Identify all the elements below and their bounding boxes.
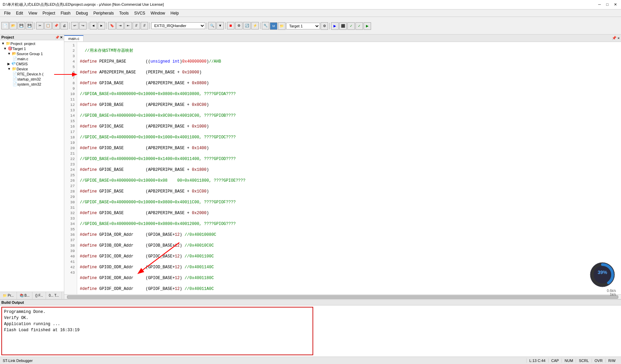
- debug-btn-1[interactable]: ▶: [331, 22, 339, 30]
- project-pin-icon[interactable]: 📌: [55, 36, 59, 39]
- tree-item-cmsis[interactable]: ▶ 💎 CMSIS: [1, 61, 63, 66]
- gauge-svg: 39%: [589, 261, 616, 288]
- tab-pin-icon[interactable]: 📌: [612, 36, 617, 40]
- target-options-button[interactable]: ⚙: [321, 22, 328, 30]
- menu-file[interactable]: File: [1, 10, 13, 16]
- debug-btn-3[interactable]: ✓: [347, 22, 355, 30]
- open-file-button[interactable]: 📂: [9, 22, 17, 29]
- tab-project[interactable]: 📁 Pr...: [0, 292, 17, 299]
- system-icon: 📄: [13, 82, 17, 86]
- menu-debug[interactable]: Debug: [73, 10, 91, 16]
- options-button[interactable]: 🔧: [262, 22, 269, 29]
- project-panel-header: Project 📌 ✕: [0, 35, 64, 40]
- separator-6: [207, 22, 207, 29]
- cut-button[interactable]: ✂: [36, 22, 44, 29]
- code-line-9: //GPIOC_BASE=0x40000000+0x10000+0x1000=0…: [80, 135, 618, 140]
- menu-flash[interactable]: Flash: [58, 10, 73, 16]
- menu-peripherals[interactable]: Peripherals: [91, 10, 117, 16]
- find-button[interactable]: 🔍: [208, 22, 216, 29]
- tab-templates[interactable]: 0... T...: [46, 292, 62, 299]
- undo-button[interactable]: ↩: [71, 22, 78, 29]
- minimize-button[interactable]: ─: [597, 2, 602, 7]
- code-line-14: #define GPIOF_BASE (APB2PERIPH_BASE + 0x…: [80, 189, 618, 194]
- bookmark-button[interactable]: 🔖: [108, 22, 116, 29]
- build-line-4: Flash Load finished at 16:33:19: [4, 327, 310, 333]
- new-file-button[interactable]: 📄: [1, 22, 9, 29]
- project-close-icon[interactable]: ✕: [60, 36, 63, 39]
- comment-button[interactable]: //: [133, 22, 140, 29]
- tree-item-source-group[interactable]: ▼ 📂 Source Group 1: [1, 51, 63, 56]
- startup-label: startup_stm32: [17, 77, 41, 81]
- build-output-content[interactable]: Programming Done. Verify OK. Application…: [1, 307, 313, 355]
- horizontal-scrollbar[interactable]: [64, 294, 621, 299]
- code-line-21: #define GPIOD_ODR_Addr (GPIOD_BASE+12) /…: [80, 265, 618, 270]
- debug-btn-4[interactable]: ✓: [355, 22, 363, 30]
- separator-1: [34, 22, 35, 29]
- paste-button[interactable]: 📌: [52, 22, 60, 29]
- status-rw: R/W: [605, 359, 618, 363]
- project-title: Project: [1, 35, 14, 39]
- menu-svcs[interactable]: SVCS: [132, 10, 148, 16]
- device-icon: 📁: [12, 67, 17, 71]
- tree-item-system[interactable]: 📄 system_stm32: [1, 82, 63, 87]
- find-dropdown[interactable]: ▼: [216, 22, 224, 29]
- target-dropdown[interactable]: Target 1: [286, 23, 320, 29]
- print-button[interactable]: 🖨: [61, 22, 68, 29]
- redo-button[interactable]: ↪: [79, 22, 87, 29]
- project-button[interactable]: 📁: [278, 22, 285, 30]
- uncomment-button[interactable]: //: [141, 22, 148, 29]
- nav-forward-button[interactable]: ►: [98, 22, 105, 29]
- separator-4: [107, 22, 107, 29]
- editor-tab-main-c[interactable]: main.c: [64, 35, 84, 41]
- separator-8: [260, 22, 260, 29]
- function-dropdown[interactable]: EXTI3_IRQHandler: [151, 22, 205, 29]
- tree-item-rte[interactable]: 📄 RTE_Device.h (: [1, 71, 63, 76]
- tree-item-device[interactable]: ▼ 📁 Device: [1, 66, 63, 71]
- tree-item-project[interactable]: ▼ 📁 Project: project: [1, 41, 63, 46]
- menu-edit[interactable]: Edit: [13, 10, 26, 16]
- code-line-20: #define GPIOC_ODR_Addr (GPIOC_BASE+12) /…: [80, 254, 618, 259]
- copy-button[interactable]: 📋: [44, 22, 52, 29]
- status-bar: ST-Link Debugger L:13 C:44 CAP NUM SCRL …: [0, 357, 621, 364]
- nav-back-button[interactable]: ◄: [90, 22, 97, 29]
- toolbar-row-2: M 📁 Target 1 ⚙ ▶ ⬛ ✓ ✓ ▶: [270, 22, 371, 30]
- separator-5: [150, 22, 150, 29]
- tab-functions[interactable]: {} F...: [32, 292, 46, 299]
- menu-help[interactable]: Help: [168, 10, 182, 16]
- code-container[interactable]: 12345 678910 1112131415 1617181920 21222…: [64, 42, 621, 294]
- project-label: Project: project: [10, 42, 35, 46]
- target-expand-icon: ▼: [3, 47, 7, 50]
- tree-item-main-c[interactable]: 📄 main.c: [1, 56, 63, 61]
- menu-tools[interactable]: Tools: [117, 10, 132, 16]
- rte-icon: 📄: [13, 72, 17, 76]
- code-line-3: #define APB2PERIPH_BASE (PERIPH_BASE + 0…: [80, 70, 618, 75]
- menu-project[interactable]: Project: [40, 10, 58, 16]
- debug-btn-2[interactable]: ⬛: [339, 22, 347, 30]
- tab-books[interactable]: 📚 B...: [17, 292, 33, 299]
- build-button[interactable]: ⚙: [235, 22, 243, 29]
- close-button[interactable]: ✕: [613, 2, 618, 7]
- manage-button[interactable]: M: [270, 22, 277, 30]
- menu-view[interactable]: View: [26, 10, 40, 16]
- separator-9: [329, 23, 330, 29]
- rebuild-button[interactable]: 🔄: [243, 22, 251, 29]
- tree-item-target1[interactable]: ▼ 🎯 Target 1: [1, 46, 63, 51]
- flash-button[interactable]: ⚡: [251, 22, 259, 29]
- save-button[interactable]: 💾: [18, 22, 25, 29]
- menu-window[interactable]: Window: [148, 10, 168, 16]
- outdent-button[interactable]: ⇤: [124, 22, 132, 29]
- source-group-icon: 📂: [12, 51, 17, 56]
- separator-7: [225, 22, 226, 29]
- stop-button[interactable]: ⏹: [227, 22, 234, 29]
- code-content[interactable]: //用未存储STM寄存器映射 #define PERIPH_BASE ((uns…: [77, 42, 621, 294]
- build-output-spacer: [315, 305, 621, 357]
- tree-item-startup[interactable]: 📄 startup_stm32: [1, 76, 63, 82]
- maximize-button[interactable]: □: [605, 2, 610, 7]
- svg-text:39%: 39%: [598, 270, 607, 275]
- tab-close-icon[interactable]: ✕: [617, 36, 620, 40]
- indent-button[interactable]: ⇥: [116, 22, 124, 29]
- menu-bar: File Edit View Project Flash Debug Perip…: [0, 9, 621, 17]
- cmsis-expand-icon: ▶: [7, 62, 10, 66]
- debug-btn-5[interactable]: ▶: [364, 22, 371, 30]
- save-all-button[interactable]: 💾: [26, 22, 33, 29]
